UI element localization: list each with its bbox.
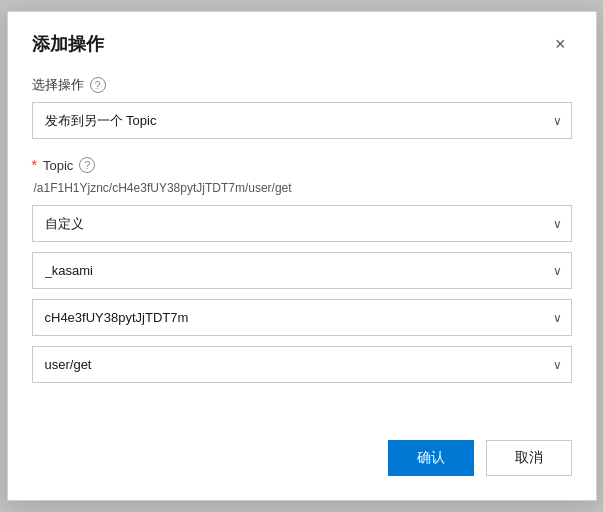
select-operation-dropdown[interactable]: 发布到另一个 Topic [32,102,572,139]
topic-help-icon[interactable]: ? [79,157,95,173]
dialog-title: 添加操作 [32,32,104,56]
custom-select-dropdown[interactable]: 自定义 [32,205,572,242]
kasami-select-wrapper: _kasami ∨ [32,252,572,289]
topic-label-row: * Topic ? [32,157,572,173]
close-button[interactable]: × [549,33,572,55]
dialog-footer: 确认 取消 [32,416,572,476]
userget-input-wrapper: ∨ [32,346,572,383]
select-operation-label: 选择操作 [32,76,84,94]
cancel-button[interactable]: 取消 [486,440,572,476]
hash-select-dropdown[interactable]: cH4e3fUY38pytJjTDT7m [32,299,572,336]
topic-path-display: /a1F1H1Yjznc/cH4e3fUY38pytJjTDT7m/user/g… [32,181,572,195]
dialog-overlay: 添加操作 × 选择操作 ? 发布到另一个 Topic ∨ * Topic ? [0,0,603,512]
kasami-select-dropdown[interactable]: _kasami [32,252,572,289]
topic-label: Topic [43,158,73,173]
dialog-container: 添加操作 × 选择操作 ? 发布到另一个 Topic ∨ * Topic ? [7,11,597,501]
select-operation-section: 选择操作 ? 发布到另一个 Topic ∨ [32,76,572,139]
userget-input[interactable] [32,346,572,383]
dialog-header: 添加操作 × [32,32,572,56]
required-star: * [32,157,37,173]
custom-select-wrapper: 自定义 ∨ [32,205,572,242]
topic-section: * Topic ? /a1F1H1Yjznc/cH4e3fUY38pytJjTD… [32,157,572,383]
select-operation-wrapper: 发布到另一个 Topic ∨ [32,102,572,139]
select-operation-label-row: 选择操作 ? [32,76,572,94]
hash-select-wrapper: cH4e3fUY38pytJjTDT7m ∨ [32,299,572,336]
select-operation-help-icon[interactable]: ? [90,77,106,93]
confirm-button[interactable]: 确认 [388,440,474,476]
